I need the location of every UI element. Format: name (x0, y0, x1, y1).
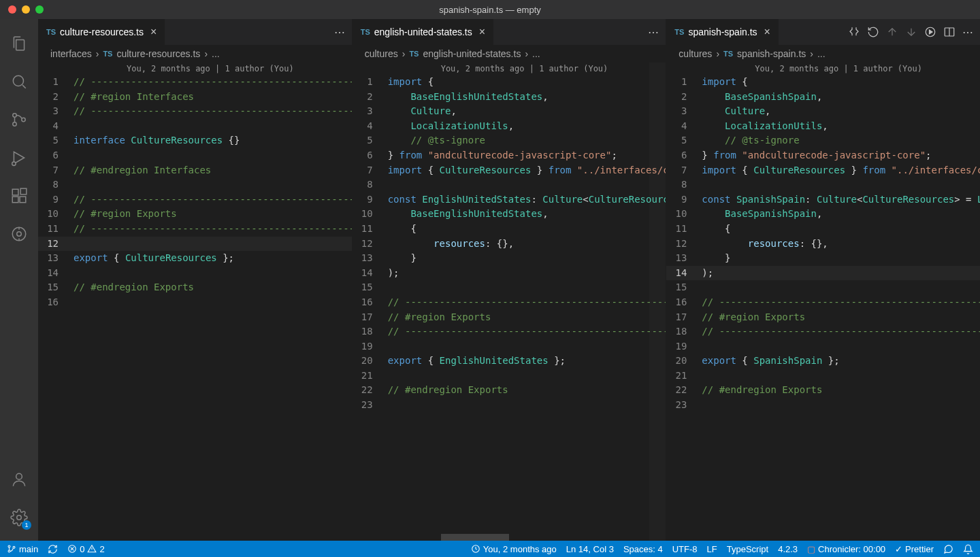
status-indentation[interactable]: Spaces: 4 (623, 544, 663, 554)
breadcrumb-file[interactable]: culture-resources.ts (116, 48, 200, 59)
code-line[interactable]: 10 BaseEnglishUnitedStates, (353, 207, 666, 222)
breadcrumb-file[interactable]: spanish-spain.ts (737, 48, 806, 59)
breadcrumb-dots[interactable]: ... (532, 48, 540, 59)
code-line[interactable]: 16 (38, 295, 352, 310)
code-line[interactable]: 4 LocalizationUtils, (353, 119, 666, 134)
code-line[interactable]: 20export { SpanishSpain }; (666, 354, 980, 369)
status-language[interactable]: TypeScript (727, 544, 768, 554)
previous-change-icon[interactable] (886, 26, 898, 38)
settings-gear-icon[interactable]: 1 (0, 499, 38, 537)
code-line[interactable]: 15// #endregion Exports (38, 280, 352, 295)
code-line[interactable]: 8 (353, 178, 666, 192)
code-line[interactable]: 23 (353, 398, 666, 413)
code-line[interactable]: 7import { CultureResources } from "../in… (666, 163, 980, 178)
tab-english-united-states[interactable]: TS english-united-states.ts × (353, 19, 494, 45)
code-line[interactable]: 10 BaseSpanishSpain, (666, 207, 980, 222)
minimize-window-button[interactable] (22, 5, 30, 14)
code-line[interactable]: 19 (353, 339, 666, 354)
code-line[interactable]: 2 BaseEnglishUnitedStates, (353, 90, 666, 105)
code-line[interactable]: 12 resources: {}, (666, 237, 980, 252)
code-line[interactable]: 13 } (353, 251, 666, 266)
code-line[interactable]: 15 (353, 280, 666, 295)
status-chronicler[interactable]: ▢ Chronicler: 00:00 (807, 544, 885, 554)
code-line[interactable]: 13 } (666, 251, 980, 266)
open-changes-icon[interactable] (848, 26, 860, 38)
breadcrumb-folder[interactable]: interfaces (50, 48, 92, 59)
status-notifications-icon[interactable] (963, 544, 973, 554)
code-line[interactable]: 6 (38, 148, 352, 163)
code-line[interactable]: 14); (353, 266, 666, 281)
code-line[interactable]: 18// -----------------------------------… (666, 324, 980, 339)
status-feedback-icon[interactable] (943, 544, 953, 554)
codelens-blame[interactable]: You, 2 months ago | 1 author (You) (38, 63, 352, 75)
breadcrumb-folder[interactable]: cultures (679, 48, 712, 59)
run-debug-icon[interactable] (0, 139, 38, 177)
code-line[interactable]: 22// #endregion Exports (353, 383, 666, 398)
tab-culture-resources[interactable]: TS culture-resources.ts × (38, 19, 165, 45)
code-line[interactable]: 19 (666, 339, 980, 354)
code-line[interactable]: 2// #region Interfaces (38, 90, 352, 105)
status-problems[interactable]: 0 2 (67, 544, 104, 554)
code-line[interactable]: 2 BaseSpanishSpain, (666, 90, 980, 105)
status-branch[interactable]: main (7, 544, 38, 554)
explorer-icon[interactable] (0, 24, 38, 63)
code-line[interactable]: 5 // @ts-ignore (353, 133, 666, 148)
code-line[interactable]: 8 (38, 178, 352, 192)
editor-body-3[interactable]: You, 2 months ago | 1 author (You) 1impo… (666, 63, 980, 541)
more-actions-icon[interactable]: ⋯ (648, 26, 659, 39)
code-line[interactable]: 12 resources: {}, (353, 237, 666, 252)
code-line[interactable]: 17// #region Exports (353, 310, 666, 325)
code-line[interactable]: 6} from "andculturecode-javascript-core"… (353, 148, 666, 163)
search-icon[interactable] (0, 63, 38, 101)
code-line[interactable]: 17// #region Exports (666, 310, 980, 325)
close-tab-icon[interactable]: × (764, 26, 770, 38)
accounts-icon[interactable] (0, 460, 38, 499)
code-line[interactable]: 11 { (353, 222, 666, 237)
codelens-blame[interactable]: You, 2 months ago | 1 author (You) (353, 63, 666, 75)
code-line[interactable]: 15 (666, 280, 980, 295)
status-cursor-position[interactable]: Ln 14, Col 3 (566, 544, 614, 554)
code-line[interactable]: 9const EnglishUnitedStates: Culture<Cult… (353, 192, 666, 207)
status-prettier[interactable]: ✓ Prettier (895, 544, 934, 554)
code-line[interactable]: 21 (353, 369, 666, 384)
code-line[interactable]: 14); (666, 266, 980, 281)
status-sync[interactable] (48, 544, 58, 554)
code-line[interactable]: 3 Culture, (353, 104, 666, 119)
status-encoding[interactable]: UTF-8 (672, 544, 698, 554)
extensions-icon[interactable] (0, 177, 38, 215)
code-line[interactable]: 9// ------------------------------------… (38, 192, 352, 207)
tab-spanish-spain[interactable]: TS spanish-spain.ts × (666, 19, 779, 45)
source-control-icon[interactable] (0, 101, 38, 139)
code-line[interactable]: 7// #endregion Interfaces (38, 163, 352, 178)
code-line[interactable]: 9const SpanishSpain: Culture<CultureReso… (666, 192, 980, 207)
code-line[interactable]: 16// -----------------------------------… (666, 295, 980, 310)
code-line[interactable]: 5 // @ts-ignore (666, 133, 980, 148)
code-line[interactable]: 3 Culture, (666, 104, 980, 119)
code-line[interactable]: 1// ------------------------------------… (38, 75, 352, 90)
status-blame[interactable]: You, 2 months ago (471, 544, 557, 554)
code-line[interactable]: 21 (666, 369, 980, 384)
close-tab-icon[interactable]: × (150, 26, 157, 38)
code-line[interactable]: 1import { (353, 75, 666, 90)
close-tab-icon[interactable]: × (479, 26, 485, 38)
code-line[interactable]: 13export { CultureResources }; (38, 251, 352, 266)
code-line[interactable]: 18// -----------------------------------… (353, 324, 666, 339)
breadcrumbs-3[interactable]: cultures › TS spanish-spain.ts › ... (666, 45, 980, 63)
code-line[interactable]: 5interface CultureResources {} (38, 133, 352, 148)
code-line[interactable]: 22// #endregion Exports (666, 383, 980, 398)
maximize-window-button[interactable] (35, 5, 44, 14)
editor-body-1[interactable]: You, 2 months ago | 1 author (You) 1// -… (38, 63, 352, 541)
editor-body-2[interactable]: You, 2 months ago | 1 author (You) 1impo… (353, 63, 666, 541)
code-line[interactable]: 7import { CultureResources } from "../in… (353, 163, 666, 178)
gitlens-icon[interactable] (0, 215, 38, 253)
breadcrumbs-1[interactable]: interfaces › TS culture-resources.ts › .… (38, 45, 352, 63)
code-line[interactable]: 4 (38, 119, 352, 134)
minimap[interactable] (649, 63, 666, 541)
code-line[interactable]: 10// #region Exports (38, 207, 352, 222)
next-change-icon[interactable] (905, 26, 917, 38)
code-line[interactable]: 20export { EnglishUnitedStates }; (353, 354, 666, 369)
code-line[interactable]: 11// -----------------------------------… (38, 222, 352, 237)
breadcrumbs-2[interactable]: cultures › TS english-united-states.ts ›… (353, 45, 666, 63)
breadcrumb-folder[interactable]: cultures (365, 48, 398, 59)
status-eol[interactable]: LF (707, 544, 717, 554)
